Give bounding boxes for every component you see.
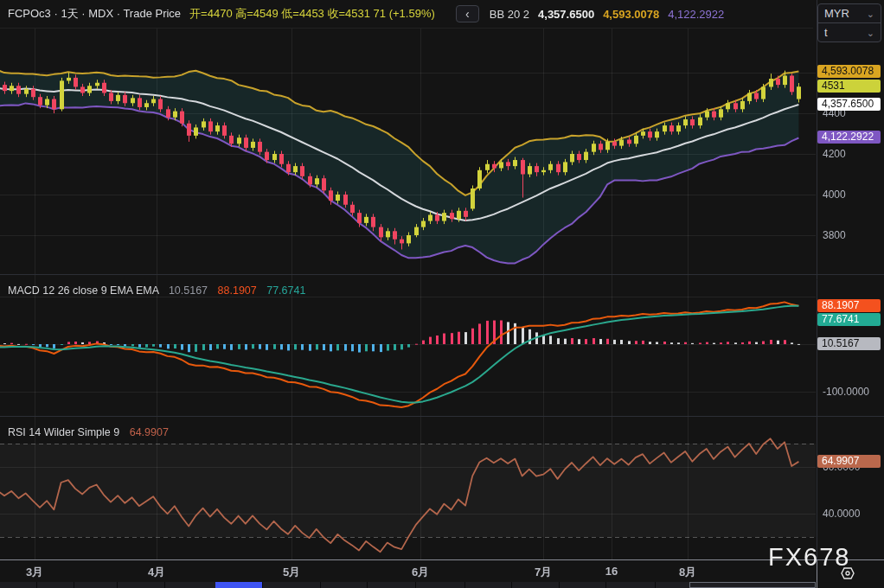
scrollbar-divider xyxy=(655,582,656,588)
macd-tag-signal: 77.6741 xyxy=(817,313,881,326)
scrollbar-divider xyxy=(605,582,606,588)
symbol-title: FCPOc3 · 1天 · MDX · Trade Price xyxy=(8,6,181,22)
scrollbar-divider xyxy=(117,582,118,588)
chevron-down-icon: ⌄ xyxy=(867,29,874,37)
macd-header: MACD 12 26 close 9 EMA EMA 10.5167 88.19… xyxy=(8,284,305,297)
time-axis[interactable]: 3月4月5月6月7月168月 xyxy=(0,560,816,581)
trading-chart-app: FCPOc3 · 1天 · MDX · Trade Price 开=4470 高… xyxy=(0,0,884,588)
scrollbar-active-segment[interactable] xyxy=(215,582,262,588)
bb-basis-value: 4,357.6500 xyxy=(538,8,594,21)
time-tick: 3月 xyxy=(26,565,43,580)
price-tag-bb-lower: 4,122.2922 xyxy=(817,131,881,144)
price-tick: 4200 xyxy=(823,148,846,160)
scrollbar-divider xyxy=(262,582,263,588)
rsi-title: RSI 14 Wilder Simple 9 xyxy=(8,426,119,438)
scrollbar-divider xyxy=(74,582,74,588)
back-button[interactable]: ‹ xyxy=(456,5,479,22)
time-tick: 7月 xyxy=(535,565,552,580)
unit-select[interactable]: t ⌄ xyxy=(818,22,881,42)
currency-value: MYR xyxy=(824,7,849,20)
time-tick: 6月 xyxy=(412,565,429,580)
scrollbar-divider xyxy=(164,582,165,588)
macd-title: MACD 12 26 close 9 EMA EMA xyxy=(8,284,158,297)
scrollbar-strip[interactable] xyxy=(0,582,816,588)
macd-tick: -100.0000 xyxy=(823,386,869,398)
price-tick: 4000 xyxy=(823,189,846,201)
bb-lower-value: 4,122.2922 xyxy=(668,8,724,21)
bb-upper-value: 4,593.0078 xyxy=(603,8,659,21)
scrollbar-divider xyxy=(559,582,560,588)
macd-tag-line: 88.1907 xyxy=(817,299,881,312)
macd-tag-hist: 10.5167 xyxy=(817,337,881,350)
scrollbar-divider xyxy=(320,582,321,588)
toolbar: FCPOc3 · 1天 · MDX · Trade Price 开=4470 高… xyxy=(0,0,821,28)
time-tick: 5月 xyxy=(283,565,300,580)
scrollbar-divider xyxy=(367,582,368,588)
logo-hexagon-icon[interactable] xyxy=(840,566,855,581)
macd-signal-value: 77.6741 xyxy=(266,284,305,297)
price-tag-bb-upper: 4,593.0078 xyxy=(817,65,881,78)
scrollbar-viewport[interactable] xyxy=(689,582,816,588)
price-tick: 3800 xyxy=(823,229,846,241)
rsi-tag: 64.9907 xyxy=(817,455,881,468)
macd-line-value: 88.1907 xyxy=(218,284,257,297)
watermark-fx678: FX678 xyxy=(768,543,850,572)
price-axis[interactable]: 4400420040003800-100.000060.000040.00004… xyxy=(817,0,884,581)
rsi-header: RSI 14 Wilder Simple 9 64.9907 xyxy=(8,426,169,438)
unit-value: t xyxy=(824,26,828,39)
currency-select[interactable]: MYR ⌄ xyxy=(818,4,881,22)
chevron-down-icon: ⌄ xyxy=(867,10,874,18)
price-tag-last: 4531 xyxy=(817,80,881,93)
rsi-tick: 40.0000 xyxy=(823,508,860,520)
currency-unit-selector: MYR ⌄ t ⌄ xyxy=(817,3,881,42)
time-tick: 16 xyxy=(605,565,618,578)
time-tick: 4月 xyxy=(148,565,165,580)
ohlc-values: 开=4470 高=4549 低=4453 收=4531 71 (+1.59%) xyxy=(189,6,435,22)
scrollbar-divider xyxy=(415,582,416,588)
rsi-value: 64.9907 xyxy=(130,426,169,438)
macd-hist-value: 10.5167 xyxy=(169,284,208,297)
scrollbar-divider xyxy=(36,582,37,588)
price-tag-bb-basis: 4,357.6500 xyxy=(817,98,881,111)
chevron-left-icon: ‹ xyxy=(465,7,470,21)
scrollbar-divider xyxy=(464,582,465,588)
bb-indicator-label: BB 20 2 xyxy=(490,8,529,21)
time-tick: 8月 xyxy=(679,565,696,580)
scrollbar-divider xyxy=(511,582,512,588)
